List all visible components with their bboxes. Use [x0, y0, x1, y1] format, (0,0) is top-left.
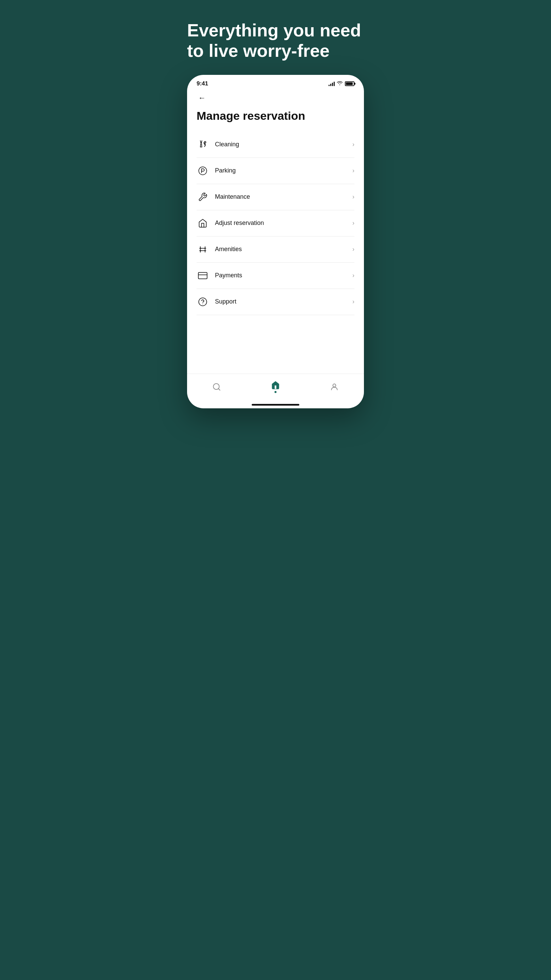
home-nav-icon — [271, 381, 280, 390]
menu-item-parking[interactable]: Parking › — [197, 158, 354, 184]
status-icons — [329, 81, 354, 86]
home-indicator — [252, 404, 299, 406]
payments-icon — [197, 269, 209, 282]
battery-icon — [345, 81, 354, 86]
status-bar: 9:41 — [187, 75, 364, 90]
cleaning-icon — [197, 138, 209, 151]
adjust-reservation-chevron-icon: › — [353, 220, 354, 227]
wifi-icon — [337, 81, 343, 86]
phone-content: ← Manage reservation Cleaning › — [187, 90, 364, 374]
svg-point-0 — [205, 142, 206, 143]
support-label: Support — [215, 298, 353, 305]
maintenance-label: Maintenance — [215, 193, 353, 200]
menu-item-amenities[interactable]: Amenities › — [197, 237, 354, 263]
svg-point-8 — [333, 384, 336, 387]
amenities-icon — [197, 243, 209, 256]
menu-item-payments[interactable]: Payments › — [197, 263, 354, 289]
back-button[interactable]: ← — [197, 92, 208, 103]
page-title: Manage reservation — [197, 110, 354, 122]
payments-chevron-icon: › — [353, 272, 354, 279]
status-time: 9:41 — [197, 80, 208, 87]
nav-item-home[interactable] — [264, 379, 287, 395]
hero-text: Everything you need to live worry-free — [187, 21, 364, 61]
amenities-chevron-icon: › — [353, 246, 354, 253]
bottom-nav — [187, 374, 364, 404]
search-nav-icon — [212, 382, 221, 391]
svg-rect-2 — [198, 272, 207, 279]
cleaning-label: Cleaning — [215, 141, 353, 148]
menu-item-maintenance[interactable]: Maintenance › — [197, 184, 354, 210]
adjust-reservation-icon — [197, 217, 209, 229]
amenities-label: Amenities — [215, 246, 353, 253]
parking-chevron-icon: › — [353, 167, 354, 174]
maintenance-icon — [197, 191, 209, 203]
nav-item-profile[interactable] — [323, 381, 346, 393]
svg-point-1 — [198, 167, 206, 175]
svg-point-4 — [198, 298, 206, 305]
back-arrow-icon: ← — [198, 94, 206, 102]
support-chevron-icon: › — [353, 298, 354, 305]
maintenance-chevron-icon: › — [353, 193, 354, 200]
home-nav-indicator — [275, 391, 276, 393]
signal-icon — [329, 81, 335, 86]
nav-item-search[interactable] — [205, 381, 228, 393]
support-icon — [197, 296, 209, 308]
cleaning-chevron-icon: › — [353, 141, 354, 148]
adjust-reservation-label: Adjust reservation — [215, 220, 353, 227]
parking-label: Parking — [215, 167, 353, 174]
profile-nav-icon — [330, 382, 339, 391]
menu-item-cleaning[interactable]: Cleaning › — [197, 132, 354, 158]
phone-frame: 9:41 ← Manage reservation — [187, 75, 364, 408]
menu-item-support[interactable]: Support › — [197, 289, 354, 315]
payments-label: Payments — [215, 272, 353, 279]
svg-line-7 — [218, 388, 220, 390]
menu-item-adjust-reservation[interactable]: Adjust reservation › — [197, 210, 354, 237]
parking-icon — [197, 165, 209, 177]
menu-list: Cleaning › Parking › — [197, 132, 354, 367]
